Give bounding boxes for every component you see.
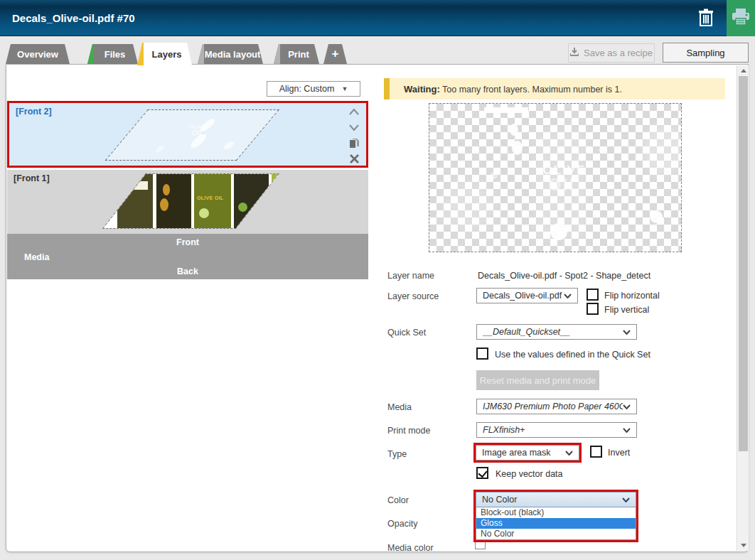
delete-layer-button[interactable] — [348, 153, 360, 164]
print-mode-label: Print mode — [387, 426, 430, 436]
color-label: Color — [387, 495, 409, 505]
layer-row-front1[interactable]: [Front 1] OLIVE OIL OLIVE OIL — [7, 170, 368, 234]
save-recipe-icon — [570, 48, 579, 58]
flip-vertical-label: Flip vertical — [604, 305, 649, 315]
tab-files[interactable]: Files — [87, 44, 138, 64]
printer-icon — [732, 9, 750, 28]
chevron-down-icon — [565, 448, 573, 458]
keep-vector-data-label: Keep vector data — [496, 469, 563, 479]
type-dropdown[interactable]: Image area mask — [476, 445, 579, 461]
chevron-down-icon — [564, 291, 572, 301]
layer-source-value: Decals_Olive-oil.pdf - Spo — [483, 291, 564, 301]
right-panel-scrollbar[interactable] — [737, 65, 749, 551]
job-title: Decals_Olive-oil.pdf #70 — [12, 0, 135, 36]
print-mode-value: FLXfinish+ — [483, 425, 623, 435]
thumbnail-text: OLIVE OIL — [272, 193, 278, 198]
type-label: Type — [387, 449, 407, 459]
band-media-label: Media — [24, 252, 49, 262]
keep-vector-data-checkbox[interactable] — [476, 467, 488, 479]
media-color-label: Media color — [387, 543, 434, 553]
scrollbar-thumb[interactable] — [739, 76, 748, 451]
band-front-label: Front — [7, 237, 368, 247]
align-value: Align: Custom — [279, 84, 335, 94]
tab-print[interactable]: Print — [274, 44, 319, 64]
sampling-label: Sampling — [686, 48, 724, 58]
trash-icon — [697, 9, 714, 29]
warning-banner: Waiting: Too many front layers. Maximum … — [384, 78, 725, 99]
scroll-down-button[interactable] — [737, 540, 749, 551]
color-dropdown-list: Block-out (black) Gloss No Color — [476, 507, 636, 540]
layer-source-dropdown[interactable]: Decals_Olive-oil.pdf - Spo — [476, 288, 578, 303]
print-button[interactable] — [727, 0, 755, 36]
invert-checkbox[interactable] — [590, 446, 602, 458]
chevron-down-icon — [622, 495, 630, 505]
thumbnail-text: OLIVE OIL — [197, 195, 223, 200]
flip-vertical-checkbox[interactable] — [587, 303, 599, 315]
preview-text-line2: OIL — [536, 176, 593, 193]
scroll-up-icon — [741, 69, 746, 72]
chevron-down-icon — [623, 402, 631, 411]
plus-icon: + — [332, 47, 339, 61]
quick-set-dropdown[interactable]: __Default_Quickset__ — [476, 324, 637, 340]
media-band: Front Media Back — [7, 234, 368, 279]
media-dropdown[interactable]: IJM630 Premium Photo Paper 460CMYKSS-EL — [476, 399, 637, 414]
save-recipe-label: Save as a recipe — [584, 48, 653, 58]
use-quickset-values-checkbox[interactable] — [476, 348, 488, 360]
reset-media-print-mode-button[interactable]: Reset media and print mode — [476, 370, 599, 390]
flip-horizontal-label: Flip horizontal — [604, 291, 660, 301]
tab-label: Media layout — [200, 49, 261, 60]
warning-prefix: Waiting: — [404, 84, 440, 95]
warning-message: Too many front layers. Maximum number is… — [442, 85, 622, 95]
tab-status-stripe — [137, 43, 144, 65]
layer-row-label: [Front 2] — [16, 107, 52, 117]
align-dropdown[interactable]: Align: Custom ▼ — [267, 81, 360, 97]
tab-layers[interactable]: Layers — [137, 43, 192, 65]
title-bar: Decals_Olive-oil.pdf #70 — [0, 0, 755, 36]
tab-label: Print — [284, 49, 309, 60]
color-option-blockout[interactable]: Block-out (black) — [476, 507, 636, 518]
scroll-up-button[interactable] — [737, 65, 749, 76]
color-highlight-frame: No Color Block-out (black) Gloss No Colo… — [473, 490, 638, 542]
tab-label: Overview — [17, 49, 58, 60]
save-as-recipe-button[interactable]: Save as a recipe — [568, 43, 655, 63]
delete-job-button[interactable] — [693, 6, 719, 31]
layer-name-label: Layer name — [387, 271, 434, 281]
chevron-down-icon — [623, 425, 631, 435]
spot-layer-preview: OLIVE OIL — [429, 103, 682, 252]
color-value: No Color — [482, 495, 622, 505]
type-value: Image area mask — [482, 448, 565, 458]
color-option-gloss[interactable]: Gloss — [476, 518, 636, 529]
duplicate-layer-button[interactable] — [348, 137, 360, 149]
scroll-down-icon — [741, 544, 746, 547]
print-mode-dropdown[interactable]: FLXfinish+ — [476, 422, 637, 438]
invert-label: Invert — [608, 448, 630, 458]
layer-row-front2[interactable]: [Front 2] OLIVE OIL — [7, 101, 368, 168]
chevron-down-icon — [623, 327, 631, 337]
use-quickset-values-label: Use the values defined in the Quick Set — [495, 350, 650, 360]
type-highlight-frame: Image area mask — [473, 443, 582, 463]
quick-set-value: __Default_Quickset__ — [483, 327, 623, 337]
move-layer-down-button[interactable] — [348, 122, 360, 133]
sampling-button[interactable]: Sampling — [663, 43, 749, 63]
warning-stripe — [384, 78, 390, 99]
media-value: IJM630 Premium Photo Paper 460CMYKSS-EL — [483, 402, 623, 411]
chevron-down-icon: ▼ — [341, 85, 348, 92]
layer-row-label: [Front 1] — [14, 173, 50, 183]
front1-layer-thumbnail: OLIVE OIL OLIVE OIL — [104, 174, 278, 228]
media-label: Media — [387, 402, 412, 412]
layer-source-label: Layer source — [387, 291, 439, 301]
tab-status-stripe — [87, 44, 94, 64]
tab-status-stripe — [274, 44, 280, 64]
color-dropdown[interactable]: No Color — [476, 492, 636, 507]
color-option-nocolor[interactable]: No Color — [476, 529, 636, 539]
opacity-label: Opacity — [387, 519, 417, 529]
tab-media-layout[interactable]: Media layout — [198, 44, 263, 64]
tab-add[interactable]: + — [323, 44, 347, 64]
quick-set-label: Quick Set — [387, 328, 426, 338]
flip-horizontal-checkbox[interactable] — [587, 289, 599, 301]
tab-label: Files — [100, 49, 126, 60]
tab-overview[interactable]: Overview — [6, 44, 70, 64]
band-back-label: Back — [7, 266, 368, 276]
tab-label: Layers — [148, 49, 182, 60]
move-layer-up-button[interactable] — [348, 106, 360, 117]
